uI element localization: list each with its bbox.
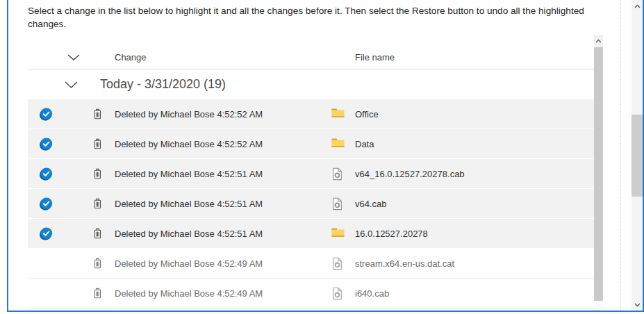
selected-checkmark-icon[interactable] — [39, 137, 53, 151]
selected-checkmark-icon[interactable] — [39, 226, 53, 240]
table-row[interactable]: Deleted by Michael Bose 4:52:49 AM i640.… — [28, 279, 594, 308]
folder-icon — [331, 138, 345, 150]
folder-icon — [331, 108, 345, 120]
table-rows: Deleted by Michael Bose 4:52:52 AM Offic… — [28, 99, 594, 308]
list-scrollbar-thumb[interactable] — [594, 47, 603, 301]
collapse-all-chevron-icon[interactable] — [67, 53, 81, 61]
change-description: Deleted by Michael Bose 4:52:51 AM — [115, 229, 263, 239]
file-name: i640.cab — [355, 288, 389, 299]
list-scrollbar[interactable] — [594, 35, 603, 311]
deleted-trash-icon — [93, 138, 102, 149]
table-row[interactable]: Deleted by Michael Bose 4:52:51 AM v64_1… — [28, 159, 594, 188]
file-name: Office — [355, 109, 379, 119]
file-name: 16.0.12527.20278 — [355, 229, 428, 239]
file-name: Data — [355, 139, 374, 149]
change-description: Deleted by Michael Bose 4:52:52 AM — [115, 139, 263, 149]
page-scrollbar-up-button[interactable] — [631, 0, 643, 12]
column-header-change: Change — [115, 52, 331, 63]
file-cab-icon — [331, 287, 342, 299]
dotted-divider — [620, 0, 621, 311]
table-row[interactable]: Deleted by Michael Bose 4:52:51 AM v64.c… — [28, 189, 594, 218]
change-description: Deleted by Michael Bose 4:52:51 AM — [115, 199, 263, 209]
page-scrollbar[interactable] — [631, 0, 643, 311]
page-scrollbar-down-button[interactable] — [631, 299, 643, 311]
group-row[interactable]: Today - 3/31/2020 (19) — [28, 69, 594, 99]
file-name: stream.x64.en-us.dat.cat — [355, 258, 454, 269]
folder-icon — [331, 227, 345, 240]
file-cab-icon — [331, 257, 342, 270]
instructions-text: Select a change in the list below to hig… — [28, 4, 603, 31]
column-header-file-name: File name — [355, 52, 594, 63]
change-description: Deleted by Michael Bose 4:52:51 AM — [115, 169, 263, 179]
deleted-trash-icon — [93, 168, 102, 179]
file-name: v64.cab — [355, 199, 387, 209]
file-name: v64_16.0.12527.20278.cab — [355, 169, 465, 179]
list-header: Change File name — [28, 45, 594, 69]
list-scrollbar-up-button[interactable] — [594, 35, 603, 47]
group-chevron-icon[interactable] — [64, 81, 79, 89]
table-row[interactable]: Deleted by Michael Bose 4:52:52 AM Offic… — [28, 99, 594, 129]
deleted-trash-icon — [93, 288, 102, 299]
deleted-trash-icon — [93, 258, 102, 269]
deleted-trash-icon — [93, 198, 102, 209]
group-label: Today - 3/31/2020 (19) — [100, 77, 226, 92]
selected-checkmark-icon[interactable] — [39, 197, 53, 210]
selected-checkmark-icon[interactable] — [39, 167, 53, 181]
change-description: Deleted by Michael Bose 4:52:49 AM — [115, 258, 263, 269]
deleted-trash-icon — [93, 108, 102, 119]
chevron-up-icon — [595, 39, 602, 43]
change-description: Deleted by Michael Bose 4:52:52 AM — [115, 109, 263, 119]
selected-checkmark-icon[interactable] — [39, 107, 53, 121]
table-row[interactable]: Deleted by Michael Bose 4:52:49 AM strea… — [28, 249, 594, 279]
deleted-trash-icon — [93, 228, 102, 239]
chevron-up-icon — [634, 4, 641, 8]
page-scrollbar-thumb[interactable] — [631, 115, 643, 197]
table-row[interactable]: Deleted by Michael Bose 4:52:52 AM Data — [28, 129, 594, 158]
table-row[interactable]: Deleted by Michael Bose 4:52:51 AM 16.0.… — [28, 219, 594, 248]
file-cab-icon — [331, 167, 342, 180]
file-cab-icon — [331, 197, 342, 210]
change-description: Deleted by Michael Bose 4:52:49 AM — [115, 288, 263, 299]
chevron-down-icon — [634, 303, 641, 307]
